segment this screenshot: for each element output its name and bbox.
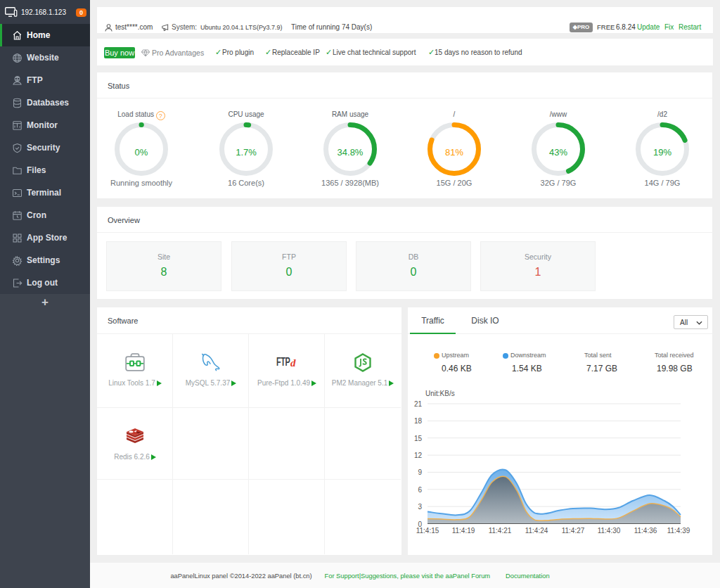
svg-text:d: d [290, 357, 296, 369]
svg-text:12: 12 [414, 452, 423, 459]
svg-text:11:4:36: 11:4:36 [634, 527, 657, 535]
svg-text:11:4:24: 11:4:24 [525, 527, 548, 535]
svg-text:11:4:21: 11:4:21 [489, 527, 512, 535]
svg-text:11:4:15: 11:4:15 [416, 527, 439, 535]
svg-text:21: 21 [414, 400, 423, 408]
svg-text:18: 18 [414, 417, 423, 425]
svg-text:9: 9 [418, 468, 422, 476]
svg-text:11:4:39: 11:4:39 [667, 527, 690, 535]
svg-text:15: 15 [414, 435, 423, 442]
svg-text:11:4:30: 11:4:30 [598, 527, 621, 535]
svg-text:11:4:19: 11:4:19 [452, 527, 475, 535]
svg-text:3: 3 [418, 503, 422, 511]
svg-text:11:4:27: 11:4:27 [562, 527, 585, 535]
svg-text:FTP: FTP [276, 356, 290, 369]
svg-text:6: 6 [418, 486, 422, 494]
